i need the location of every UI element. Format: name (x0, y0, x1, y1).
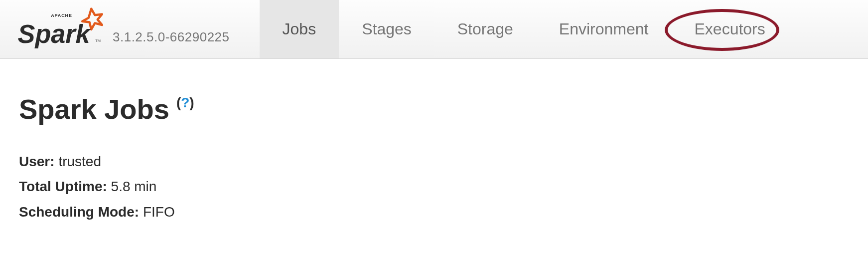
navbar: APACHE Spark ™ 3.1.2.5.0-66290225 Jobs S… (0, 0, 868, 59)
summary-label: User: (19, 154, 55, 169)
summary-uptime: Total Uptime: 5.8 min (19, 174, 849, 199)
summary-value: FIFO (143, 204, 175, 220)
summary-value: 5.8 min (111, 179, 157, 194)
tab-jobs[interactable]: Jobs (260, 0, 339, 58)
summary-value: trusted (58, 154, 101, 169)
svg-text:™: ™ (95, 38, 101, 45)
tab-label: Storage (457, 20, 513, 38)
page-title: Spark Jobs (?) (19, 93, 849, 125)
tab-label: Stages (362, 20, 412, 38)
summary-label: Total Uptime: (19, 179, 107, 194)
tab-label: Jobs (283, 20, 316, 38)
help-link[interactable]: (?) (176, 95, 194, 111)
tab-stages[interactable]: Stages (339, 0, 434, 58)
summary-label: Scheduling Mode: (19, 204, 139, 220)
tab-label: Environment (559, 20, 649, 38)
spark-logo-icon: APACHE Spark ™ (16, 7, 106, 52)
svg-text:APACHE: APACHE (51, 12, 72, 17)
tab-storage[interactable]: Storage (434, 0, 536, 58)
nav-tabs: Jobs Stages Storage Environment Executor… (260, 0, 788, 58)
summary-user: User: trusted (19, 149, 849, 174)
brand[interactable]: APACHE Spark ™ 3.1.2.5.0-66290225 (16, 7, 230, 52)
content: Spark Jobs (?) User: trusted Total Uptim… (0, 59, 868, 225)
tab-environment[interactable]: Environment (536, 0, 672, 58)
svg-text:Spark: Spark (18, 19, 92, 48)
page-title-text: Spark Jobs (19, 93, 169, 125)
tab-label: Executors (694, 20, 765, 38)
tab-executors[interactable]: Executors (671, 0, 788, 58)
summary-list: User: trusted Total Uptime: 5.8 min Sche… (19, 149, 849, 225)
summary-scheduling: Scheduling Mode: FIFO (19, 200, 849, 225)
version-label: 3.1.2.5.0-66290225 (113, 29, 230, 45)
